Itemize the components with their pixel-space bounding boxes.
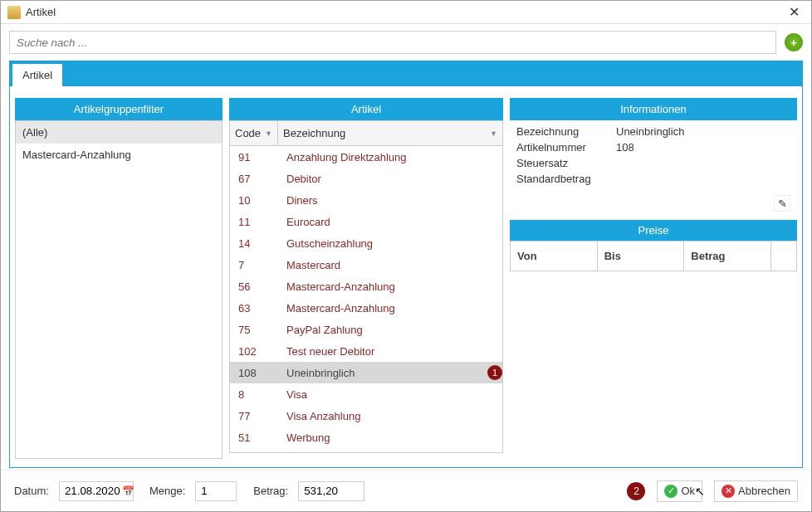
price-col-betrag[interactable]: Betrag — [684, 241, 771, 271]
info-val-nr: 108 — [616, 141, 790, 154]
info-box: BezeichnungUneinbringlich Artikelnummer1… — [510, 120, 797, 190]
cell-bez: Anzahlung Direktzahlung — [278, 151, 502, 163]
group-item[interactable]: Mastercard-Anzahlung — [16, 144, 222, 166]
cell-bez: Gutscheinzahlung — [278, 237, 502, 250]
input-betrag[interactable] — [298, 481, 364, 501]
info-column: Informationen BezeichnungUneinbringlich … — [510, 98, 797, 459]
table-row[interactable]: 8Visa — [230, 383, 502, 405]
table-row[interactable]: 77Visa Anzahlung — [230, 405, 502, 427]
grid-header: Code ▼ Bezeichnung ▼ — [229, 120, 503, 146]
label-menge: Menge: — [149, 485, 185, 497]
footer: Datum: 📅 Menge: Betrag: 2 ✓ Ok ↖ ✕ Abbre… — [1, 470, 811, 511]
cell-bez: PayPal Zahlung — [278, 324, 502, 336]
cancel-button[interactable]: ✕ Abbrechen — [714, 480, 798, 502]
close-icon[interactable]: ✕ — [784, 2, 805, 22]
cell-bez: Werbung — [278, 432, 502, 444]
add-button[interactable]: + — [785, 33, 803, 51]
ok-button[interactable]: ✓ Ok ↖ — [657, 480, 702, 502]
cell-bez: Test neuer Debitor — [278, 345, 502, 358]
tab-artikel[interactable]: Artikel — [12, 64, 62, 86]
price-col-bis[interactable]: Bis — [598, 241, 685, 271]
cell-code: 56 — [230, 280, 278, 293]
info-label-std: Standardbetrag — [516, 173, 616, 185]
table-row[interactable]: 63Mastercard-Anzahlung — [230, 297, 502, 319]
search-row: + — [1, 24, 811, 61]
cell-code: 63 — [230, 302, 278, 315]
table-row[interactable]: 51Werbung — [230, 427, 502, 448]
cell-code: 10 — [230, 194, 278, 207]
grid-body[interactable]: 91Anzahlung Direktzahlung67Debitor10Dine… — [229, 146, 503, 453]
price-grid: Von Bis Betrag — [510, 241, 797, 271]
cell-code: 11 — [230, 216, 278, 228]
filter-column: Artikelgruppenfilter (Alle)Mastercard-An… — [15, 98, 223, 459]
cell-bez: Visa Anzahlung — [278, 410, 502, 422]
cell-code: 7 — [230, 259, 278, 271]
table-row[interactable]: 11Eurocard — [230, 211, 502, 232]
cell-bez: Diners — [278, 194, 502, 207]
price-col-von[interactable]: Von — [511, 241, 598, 271]
cell-code: 102 — [230, 345, 278, 358]
table-row[interactable]: 75PayPal Zahlung — [230, 319, 502, 340]
table-row[interactable]: 67Debitor — [230, 168, 502, 189]
artikel-header: Artikel — [229, 98, 503, 120]
info-label-steuer: Steuersatz — [516, 157, 616, 169]
window-title: Artikel — [26, 6, 56, 18]
table-row[interactable]: 102Test neuer Debitor — [230, 340, 502, 362]
price-col-extra — [771, 241, 796, 271]
check-icon: ✓ — [664, 485, 677, 498]
cell-bez: Mastercard-Anzahlung — [278, 280, 502, 293]
preise-header: Preise — [510, 220, 797, 241]
cell-code: 77 — [230, 410, 278, 422]
table-row[interactable]: 14Gutscheinzahlung — [230, 232, 502, 254]
table-row[interactable]: 56Mastercard-Anzahlung — [230, 276, 502, 297]
info-label-bez: Bezeichnung — [516, 125, 616, 138]
cell-bez: Eurocard — [278, 216, 502, 228]
group-item[interactable]: (Alle) — [16, 121, 222, 144]
col-header-bez-label: Bezeichnung — [283, 127, 345, 139]
tabstrip: Artikel — [9, 61, 803, 86]
artikel-column: Artikel Code ▼ Bezeichnung ▼ 91Anzahlung… — [229, 98, 503, 459]
label-betrag: Betrag: — [253, 485, 288, 497]
cell-code: 8 — [230, 388, 278, 401]
cell-code: 67 — [230, 173, 278, 185]
info-val-steuer — [616, 157, 790, 169]
label-datum: Datum: — [14, 485, 49, 497]
ok-label: Ok — [681, 485, 695, 497]
table-row[interactable]: 10Diners — [230, 189, 502, 211]
info-val-std — [616, 173, 790, 185]
step-badge-1: 1 — [487, 365, 502, 380]
cell-bez: Debitor — [278, 173, 502, 185]
edit-button[interactable]: ✎ — [774, 195, 790, 212]
table-row[interactable]: 7Mastercard — [230, 254, 502, 276]
filter-icon[interactable]: ▼ — [490, 129, 497, 138]
table-row[interactable]: 108Uneinbringlich1 — [230, 362, 502, 383]
col-header-bez[interactable]: Bezeichnung ▼ — [278, 121, 502, 145]
col-header-code-label: Code — [235, 127, 261, 139]
info-header: Informationen — [510, 98, 797, 120]
col-header-code[interactable]: Code ▼ — [230, 121, 278, 145]
cell-bez: Mastercard — [278, 259, 502, 271]
titlebar: Artikel ✕ — [1, 1, 811, 24]
info-label-nr: Artikelnummer — [516, 141, 616, 154]
group-list: (Alle)Mastercard-Anzahlung — [15, 120, 223, 459]
input-menge[interactable] — [195, 481, 237, 501]
info-val-bez: Uneinbringlich — [616, 125, 790, 138]
app-icon — [7, 6, 21, 19]
table-row[interactable]: 91Anzahlung Direktzahlung — [230, 146, 502, 168]
cell-code: 108 — [230, 367, 278, 379]
filter-icon[interactable]: ▼ — [265, 129, 272, 138]
filter-header: Artikelgruppenfilter — [15, 98, 223, 120]
cell-code: 14 — [230, 237, 278, 250]
main-panel: Artikelgruppenfilter (Alle)Mastercard-An… — [9, 86, 803, 468]
cell-bez: Visa — [278, 388, 502, 401]
cell-bez: Uneinbringlich — [278, 367, 479, 379]
input-datum[interactable] — [59, 481, 134, 501]
cell-bez: Mastercard-Anzahlung — [278, 302, 502, 315]
search-input[interactable] — [9, 31, 776, 54]
cancel-label: Abbrechen — [738, 485, 790, 497]
cursor-icon: ↖ — [695, 485, 705, 498]
cell-code: 75 — [230, 324, 278, 336]
pencil-icon: ✎ — [778, 197, 787, 210]
step-badge-2: 2 — [627, 482, 645, 500]
cancel-icon: ✕ — [722, 485, 735, 498]
